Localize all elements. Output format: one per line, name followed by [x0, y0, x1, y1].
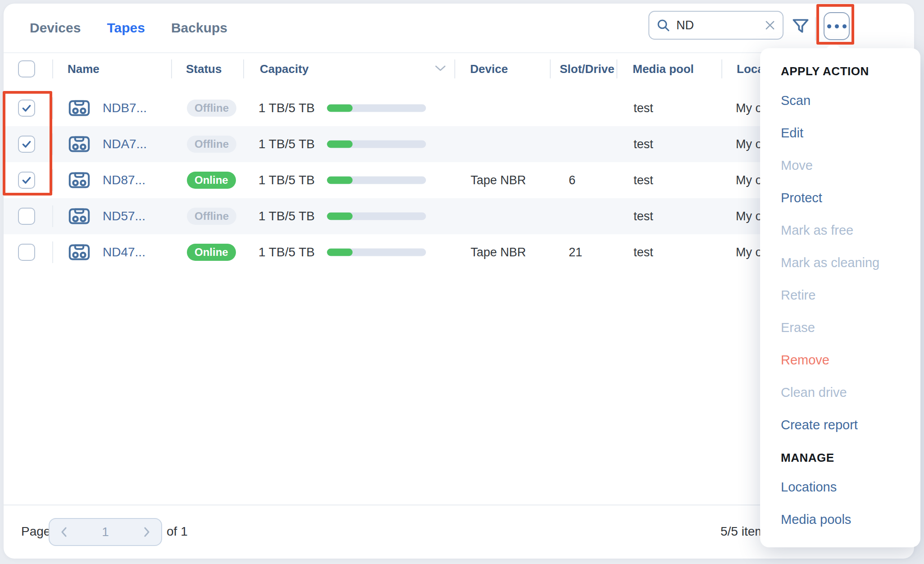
- search-box: [648, 11, 784, 40]
- media-pool-cell: test: [634, 173, 653, 187]
- media-pool-cell: test: [634, 101, 653, 115]
- column-separator: [52, 97, 53, 119]
- tape-name-link[interactable]: ND47...: [103, 245, 145, 259]
- actions-menu: APPLY ACTIONScanEditMoveProtectMark as f…: [760, 48, 920, 547]
- pager: 1: [49, 518, 162, 546]
- more-actions-button[interactable]: [824, 12, 850, 40]
- capacity-text: 1 TB/5 TB: [258, 245, 315, 259]
- sort-chevron-down-icon[interactable]: [435, 65, 446, 74]
- row-checkbox[interactable]: [18, 172, 35, 189]
- menu-section-header: APPLY ACTION: [781, 58, 920, 84]
- media-pool-cell: test: [634, 137, 653, 151]
- select-all-checkbox[interactable]: [18, 60, 35, 77]
- status-badge: Offline: [187, 100, 236, 117]
- tab-tapes[interactable]: Tapes: [107, 20, 145, 36]
- capacity-progress-bar: [327, 213, 426, 220]
- current-page-number: 1: [102, 525, 109, 539]
- media-pool-cell: test: [634, 209, 653, 223]
- tape-name-link[interactable]: ND57...: [103, 209, 145, 223]
- capacity-text: 1 TB/5 TB: [258, 101, 315, 115]
- tape-name-link[interactable]: ND87...: [103, 173, 145, 187]
- menu-item-scan[interactable]: Scan: [781, 84, 920, 117]
- menu-item-edit[interactable]: Edit: [781, 117, 920, 149]
- ellipsis-icon: [827, 24, 831, 28]
- filter-icon[interactable]: [791, 16, 811, 36]
- column-separator: [52, 169, 53, 191]
- col-header-media-pool[interactable]: Media pool: [633, 62, 694, 76]
- col-header-device[interactable]: Device: [470, 62, 508, 76]
- status-badge: Online: [187, 244, 236, 261]
- menu-item-remove[interactable]: Remove: [781, 344, 920, 376]
- page-of-label: of 1: [167, 524, 188, 539]
- device-cell: Tape NBR: [471, 246, 526, 259]
- capacity-progress-fill: [327, 249, 353, 256]
- menu-item-media-pools[interactable]: Media pools: [781, 503, 920, 536]
- menu-item-mark-as-cleaning: Mark as cleaning: [781, 246, 920, 279]
- col-header-capacity[interactable]: Capacity: [260, 62, 308, 76]
- toolbar-divider: [815, 17, 816, 41]
- menu-item-create-report[interactable]: Create report: [781, 409, 920, 441]
- search-icon: [656, 18, 671, 33]
- menu-section-header: MANAGE: [781, 445, 920, 471]
- slot-drive-cell: 21: [569, 246, 582, 259]
- menu-item-erase: Erase: [781, 311, 920, 344]
- tape-name-link[interactable]: NDB7...: [103, 101, 147, 115]
- row-checkbox[interactable]: [18, 244, 35, 261]
- menu-item-move: Move: [781, 149, 920, 182]
- row-checkbox[interactable]: [18, 100, 35, 117]
- tab-backups[interactable]: Backups: [171, 20, 227, 36]
- tab-devices[interactable]: Devices: [30, 20, 81, 36]
- capacity-progress-bar: [327, 249, 426, 256]
- tape-cassette-icon: [68, 207, 90, 225]
- status-badge: Offline: [187, 136, 236, 153]
- menu-item-retire: Retire: [781, 279, 920, 311]
- col-header-status[interactable]: Status: [186, 62, 222, 76]
- row-checkbox[interactable]: [18, 208, 35, 225]
- slot-drive-cell: 6: [569, 173, 575, 187]
- search-input[interactable]: [675, 18, 759, 33]
- next-page-icon[interactable]: [140, 526, 152, 538]
- tape-cassette-icon: [68, 135, 90, 153]
- media-pool-cell: test: [634, 246, 653, 259]
- capacity-progress-fill: [327, 213, 353, 220]
- column-separator: [52, 241, 53, 263]
- capacity-progress-fill: [327, 141, 353, 148]
- capacity-progress-fill: [327, 105, 353, 112]
- capacity-progress-fill: [327, 177, 353, 184]
- capacity-text: 1 TB/5 TB: [258, 209, 315, 223]
- row-checkbox[interactable]: [18, 136, 35, 153]
- menu-item-clean-drive: Clean drive: [781, 376, 920, 409]
- tape-cassette-icon: [68, 243, 90, 261]
- column-separator: [52, 133, 53, 155]
- items-count: 5/5 item: [720, 524, 765, 539]
- status-badge: Offline: [187, 208, 236, 225]
- capacity-progress-bar: [327, 105, 426, 112]
- menu-item-locations[interactable]: Locations: [781, 471, 920, 503]
- tape-cassette-icon: [68, 99, 90, 117]
- column-separator: [52, 205, 53, 227]
- capacity-progress-bar: [327, 177, 426, 184]
- capacity-text: 1 TB/5 TB: [258, 137, 315, 151]
- tape-name-link[interactable]: NDA7...: [103, 137, 147, 151]
- capacity-text: 1 TB/5 TB: [258, 173, 315, 187]
- clear-search-icon[interactable]: [764, 19, 776, 32]
- device-cell: Tape NBR: [471, 173, 526, 187]
- capacity-progress-bar: [327, 141, 426, 148]
- tape-cassette-icon: [68, 171, 90, 189]
- page-label: Page: [21, 524, 50, 539]
- col-header-name[interactable]: Name: [68, 62, 100, 76]
- prev-page-icon[interactable]: [59, 526, 70, 538]
- col-header-slot-drive[interactable]: Slot/Drive: [560, 62, 614, 76]
- status-badge: Online: [187, 172, 236, 189]
- menu-item-mark-as-free: Mark as free: [781, 214, 920, 246]
- menu-item-protect[interactable]: Protect: [781, 182, 920, 214]
